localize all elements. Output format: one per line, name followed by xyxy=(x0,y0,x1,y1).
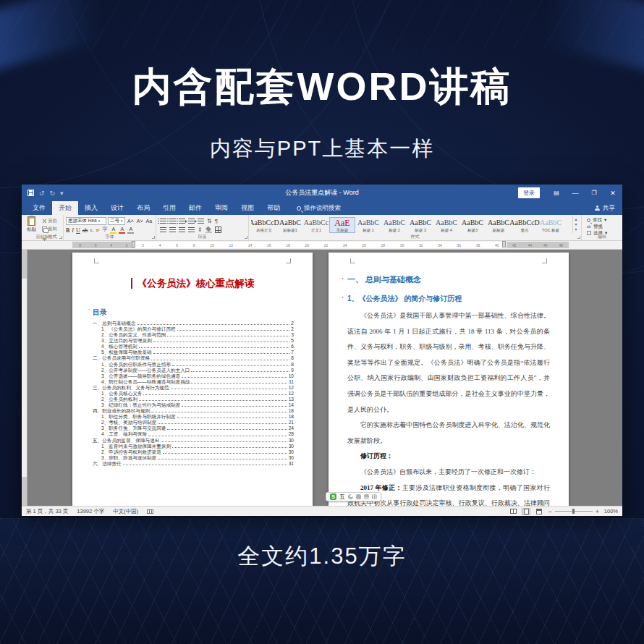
qat-customize-icon[interactable]: ▾ xyxy=(60,190,64,197)
ribbon-tab[interactable]: 邮件 xyxy=(182,201,208,215)
cut-button[interactable]: 剪切 xyxy=(42,218,61,224)
style-item[interactable]: AaBbC 标题 3 xyxy=(407,217,433,233)
style-item[interactable]: AaBbCcD 表格正文 xyxy=(251,217,277,233)
toc-entry[interactable]: 4、聘任制公务员——特殊通道与制度挑战 11 xyxy=(93,379,294,385)
ribbon-tab[interactable]: 引用 xyxy=(156,201,182,215)
change-case-button[interactable]: Aa xyxy=(145,217,153,225)
toc-entry[interactable]: 3、职务任免、升降与交流回避 24 xyxy=(93,425,294,431)
sign-in-button[interactable]: 登录 xyxy=(518,187,540,198)
ribbon-tab[interactable]: 开始 xyxy=(52,201,78,215)
ribbon-tab[interactable]: 文件 xyxy=(26,201,52,215)
horizontal-ruler[interactable]: 8642 24681012141618202224262830323436384… xyxy=(22,241,622,250)
ribbon-tab[interactable]: 审阅 xyxy=(208,201,234,215)
toc-entry[interactable]: 四、职业成长的路径与规则 18 xyxy=(93,408,294,414)
ribbon-tab[interactable]: 设计 xyxy=(104,201,130,215)
gallery-expand-icon[interactable]: ▼ xyxy=(575,228,578,232)
read-mode-button[interactable] xyxy=(509,508,517,515)
ime-mode-label[interactable]: 五 xyxy=(339,493,345,501)
toc-entry[interactable]: 一、总则与基础概念 2 xyxy=(93,321,294,326)
toc-entry[interactable]: 3、立法目的与管理原则 5 xyxy=(93,338,294,344)
right-indent-marker[interactable] xyxy=(502,241,506,247)
show-marks-icon[interactable]: ¶ xyxy=(215,218,218,225)
shrink-font-button[interactable]: A˅ xyxy=(136,217,144,225)
language-indicator[interactable]: 中文(中国) xyxy=(113,508,138,515)
toc-entry[interactable]: 六、法律责任 31 xyxy=(93,461,294,467)
zoom-in-button[interactable]: + xyxy=(596,508,599,515)
ime-skin-icon[interactable] xyxy=(348,494,353,499)
document-page-2[interactable]: 一、 总则与基础概念 1、《公务员法》 的简介与修订历程 《公务员法》是我国干部… xyxy=(329,253,569,506)
toc-entry[interactable]: 2、公务员的权利 13 xyxy=(93,397,294,402)
toc-entry[interactable]: 2、公务员的定义、性质与范围 3 xyxy=(93,332,294,338)
grow-font-button[interactable]: A˄ xyxy=(127,217,135,225)
toc-entry[interactable]: 5、权益保障与物质基础 7 xyxy=(93,349,294,355)
sogou-logo-icon[interactable]: S xyxy=(330,493,336,500)
ribbon-tab[interactable]: 视图 xyxy=(234,201,260,215)
restore-button[interactable]: ❐ xyxy=(585,185,603,201)
toc-entry[interactable]: 4、核心管理机制 6 xyxy=(93,344,294,349)
dialog-launcher-icon[interactable] xyxy=(59,236,62,239)
style-item[interactable]: AaBbC TOC 标题 xyxy=(538,217,564,233)
toc-entry[interactable]: 二、公务员录用与任职资格 8 xyxy=(93,355,294,361)
toc-entry[interactable]: 3、辞职、辞退与退休制度 30 xyxy=(93,455,294,461)
style-item[interactable]: AaBbC 标题 4 xyxy=(433,217,459,233)
toc-entry[interactable]: 3、公开选拔——领导职务的绿色通道 10 xyxy=(93,373,294,379)
close-button[interactable]: ✕ xyxy=(603,185,622,201)
input-method-bar[interactable]: S 五 xyxy=(326,492,381,501)
ribbon-tab[interactable]: 帮助 xyxy=(260,201,287,215)
ribbon-display-options-icon[interactable]: ▤ xyxy=(547,185,566,201)
share-button[interactable]: 共享 xyxy=(595,204,615,213)
bullet-list-icon[interactable] xyxy=(160,219,166,224)
borders-icon[interactable] xyxy=(215,226,221,233)
zoom-slider[interactable] xyxy=(555,511,593,512)
styles-gallery-scrollbar[interactable]: ▲ ▼ ▼ xyxy=(572,216,579,233)
align-center-icon[interactable] xyxy=(169,227,176,233)
style-item[interactable]: AaE 主标题 xyxy=(329,217,355,233)
ribbon-tab[interactable]: 布局 xyxy=(130,201,156,215)
style-item[interactable]: AaBbC 标题 2 xyxy=(381,217,407,233)
toc-entry[interactable]: 4、工资、福利与保险 28 xyxy=(93,431,294,437)
scroll-down-icon[interactable]: ▼ xyxy=(575,223,578,226)
page-indicator[interactable]: 第 1 页，共 33 页 xyxy=(26,508,68,515)
style-item[interactable]: AaBbC 标题 1 xyxy=(355,217,381,233)
toc-entry[interactable]: 1、公务员的任职条件与禁止情形 8 xyxy=(93,362,294,368)
paste-button[interactable]: 粘贴 xyxy=(24,216,40,233)
ribbon-tab[interactable]: 插入 xyxy=(78,201,104,215)
toc-entry[interactable]: 三、公务员的权利、义务与行为规范 12 xyxy=(93,385,294,391)
increase-indent-icon[interactable] xyxy=(198,219,204,224)
line-spacing-icon[interactable]: ⇕ xyxy=(198,226,203,234)
dialog-launcher-icon[interactable] xyxy=(152,236,155,239)
style-item[interactable]: AaBbC 副标题 xyxy=(486,217,512,233)
toc-entry[interactable]: 1、职位分类、职务与职级并行制度 18 xyxy=(93,414,294,420)
toc-entry[interactable]: 五、公务员的监督、保障与退出 30 xyxy=(93,438,294,444)
justify-icon[interactable] xyxy=(188,227,195,233)
undo-icon[interactable]: ↺ xyxy=(39,190,45,197)
replace-button[interactable]: 替换 xyxy=(587,224,620,229)
ime-keyboard-icon[interactable] xyxy=(364,494,369,499)
zoom-out-button[interactable]: − xyxy=(548,508,551,515)
vertical-ruler[interactable] xyxy=(22,250,27,506)
toc-entry[interactable]: 1、公务员核心义务 12 xyxy=(93,391,294,397)
indent-marker[interactable] xyxy=(132,241,135,247)
style-item[interactable]: AaBbC 副标题1 xyxy=(277,217,303,233)
toc-entry[interactable]: 1、《公务员法》的简介与修订历程 2 xyxy=(93,326,294,332)
zoom-level[interactable]: 100% xyxy=(602,508,618,514)
document-area[interactable]: 《公务员法》核心重点解读 目录 一、总则与基础概念 2 1、《公务员法》的简介与… xyxy=(22,250,622,506)
web-layout-button[interactable] xyxy=(535,508,543,515)
save-icon[interactable] xyxy=(27,190,34,196)
multilevel-list-icon[interactable] xyxy=(179,219,185,224)
align-right-icon[interactable] xyxy=(179,227,185,233)
align-left-icon[interactable] xyxy=(160,227,166,233)
decrease-indent-icon[interactable] xyxy=(188,219,195,224)
style-item[interactable]: AaBbC 标题3 xyxy=(459,217,486,233)
word-count[interactable]: 13992 个字 xyxy=(77,508,104,515)
toc-entry[interactable]: 2、公开考录制度——公务员进入的主入口 9 xyxy=(93,368,294,373)
toc-entry[interactable]: 2、考核、奖励与培训制度 21 xyxy=(93,420,294,425)
tell-me-search[interactable]: 操作说明搜索 xyxy=(297,204,341,213)
ime-toolbox-icon[interactable] xyxy=(372,494,377,499)
dialog-launcher-icon[interactable] xyxy=(245,236,247,239)
keyboard-status-icon[interactable] xyxy=(147,509,153,514)
scroll-up-icon[interactable]: ▲ xyxy=(575,218,578,221)
dialog-launcher-icon[interactable] xyxy=(577,236,580,239)
toc-entry[interactable]: 2、申诉控告与权利救济渠道 30 xyxy=(93,449,294,455)
copy-button[interactable]: 复制 xyxy=(42,226,61,232)
